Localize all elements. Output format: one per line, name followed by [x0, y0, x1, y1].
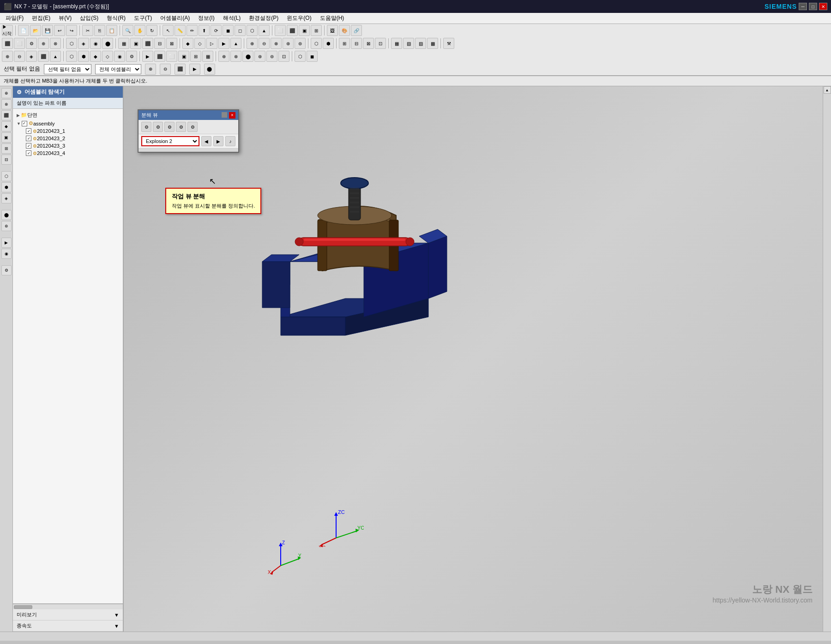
menu-window[interactable]: 윈도우(O)	[283, 13, 315, 23]
tb-cut[interactable]: ✂	[82, 25, 93, 36]
tb3-18[interactable]: ⊕	[218, 51, 229, 62]
tb2-31[interactable]: ▦	[391, 38, 402, 49]
tb-copy[interactable]: ⎘	[94, 25, 105, 36]
tree-item-part1[interactable]: ✓ ⚙ 20120423_1	[15, 127, 121, 135]
tb3-20[interactable]: ⬤	[242, 51, 253, 62]
menu-analysis[interactable]: 해석(L)	[219, 13, 245, 23]
tb3-7[interactable]: ⬢	[78, 51, 89, 62]
tb-feature3[interactable]: ⬡	[247, 25, 258, 36]
left-tb-12[interactable]: ⊛	[1, 221, 12, 231]
menu-help[interactable]: 도움말(H)	[316, 13, 348, 23]
filter-btn4[interactable]: ▶	[189, 64, 200, 75]
tb-save[interactable]: 💾	[42, 25, 53, 36]
tb2-30[interactable]: ⊡	[375, 38, 386, 49]
tb2-5[interactable]: ⊗	[50, 38, 61, 49]
checkbox-part3[interactable]: ✓	[26, 143, 31, 149]
left-tb-6[interactable]: ⊞	[1, 143, 12, 154]
checkbox-part1[interactable]: ✓	[26, 128, 31, 134]
tb2-29[interactable]: ⊠	[363, 38, 374, 49]
tb3-14[interactable]: ⬜	[166, 51, 177, 62]
filter-select[interactable]: 선택 필터 없음	[44, 64, 91, 74]
tb3-9[interactable]: ◇	[102, 51, 113, 62]
tb2-20[interactable]: ⊕	[247, 38, 258, 49]
checkbox-part2[interactable]: ✓	[26, 136, 31, 141]
tb-redo[interactable]: ↪	[66, 25, 77, 36]
dialog-action-1[interactable]: ◀	[201, 136, 211, 146]
tb2-1[interactable]: ⬛	[2, 38, 13, 49]
tb3-11[interactable]: ⚙	[126, 51, 137, 62]
tb-rotate[interactable]: ↻	[146, 25, 157, 36]
restore-button[interactable]: □	[809, 3, 817, 10]
tb-feature1[interactable]: ◼	[223, 25, 234, 36]
tb-sketch[interactable]: ✏	[187, 25, 198, 36]
tb2-27[interactable]: ⊞	[339, 38, 350, 49]
tb-measure[interactable]: 📏	[175, 25, 186, 36]
tb3-22[interactable]: ⊜	[266, 51, 277, 62]
menu-insert[interactable]: 삽입(S)	[76, 13, 102, 23]
tb3-23[interactable]: ⊡	[278, 51, 289, 62]
tb2-10[interactable]: ▦	[118, 38, 129, 49]
viewport-scrollbar-right[interactable]: ▲	[823, 86, 831, 632]
explosion-tb-3[interactable]: ⚙	[164, 122, 175, 132]
tb-feature2[interactable]: ◻	[235, 25, 246, 36]
dialog-close-button[interactable]: ×	[229, 112, 235, 119]
tb-view2[interactable]: ⬛	[287, 25, 298, 36]
tb2-4[interactable]: ⊕	[38, 38, 49, 49]
tb3-1[interactable]: ⊕	[2, 51, 13, 62]
checkbox-part4[interactable]: ✓	[26, 150, 31, 156]
tree-item-part3[interactable]: ✓ ⚙ 20120423_3	[15, 142, 121, 149]
tb2-14[interactable]: ⊠	[166, 38, 177, 49]
explosion-tb-1[interactable]: ⚙	[141, 122, 151, 132]
tb3-21[interactable]: ⊛	[254, 51, 265, 62]
tb3-24[interactable]: ⬡	[295, 51, 306, 62]
left-tb-4[interactable]: ◆	[1, 121, 12, 131]
tree-item-assembly[interactable]: ▼ ✓ ⚙ assembly	[15, 119, 121, 127]
tb-select[interactable]: ↖	[163, 25, 174, 36]
left-tb-14[interactable]: ◉	[1, 249, 12, 259]
left-tb-2[interactable]: ⊗	[1, 99, 12, 109]
tb-undo[interactable]: ↩	[54, 25, 65, 36]
explosion-tb-5[interactable]: ⚙	[187, 122, 198, 132]
left-tb-3[interactable]: ⬛	[1, 110, 12, 120]
tb2-7[interactable]: ◈	[78, 38, 89, 49]
dialog-pin-icon[interactable]	[222, 112, 227, 118]
tb2-12[interactable]: ⬛	[142, 38, 153, 49]
menu-assembly[interactable]: 어셈블리(A)	[157, 13, 193, 23]
checkbox-assembly[interactable]: ✓	[22, 121, 27, 126]
menu-file[interactable]: 파일(F)	[2, 13, 27, 23]
explosion-tb-2[interactable]: ⚙	[153, 122, 163, 132]
tb2-2[interactable]: ⬜	[14, 38, 25, 49]
dialog-action-3[interactable]: ♪	[225, 136, 235, 146]
tb2-34[interactable]: ▩	[427, 38, 438, 49]
tree-item-part2[interactable]: ✓ ⚙ 20120423_2	[15, 135, 121, 142]
tb3-16[interactable]: ⊞	[190, 51, 201, 62]
tb3-3[interactable]: ◈	[26, 51, 37, 62]
tb2-35[interactable]: ⚒	[443, 38, 454, 49]
left-tb-9[interactable]: ⬢	[1, 182, 12, 192]
explosion-tb-4[interactable]: ⚙	[176, 122, 186, 132]
menu-edit[interactable]: 편집(E)	[28, 13, 54, 23]
tb2-6[interactable]: ⬡	[66, 38, 77, 49]
tb2-9[interactable]: ⬤	[102, 38, 113, 49]
left-tb-10[interactable]: ◈	[1, 193, 12, 203]
tb-view3[interactable]: ▣	[299, 25, 310, 36]
tb2-3[interactable]: ⚙	[26, 38, 37, 49]
tree-item-part4[interactable]: ✓ ⚙ 20120423_4	[15, 149, 121, 157]
tb2-22[interactable]: ⊗	[271, 38, 282, 49]
tb2-21[interactable]: ⊖	[259, 38, 270, 49]
minimize-button[interactable]: ─	[799, 3, 807, 10]
left-tb-7[interactable]: ⊟	[1, 155, 12, 165]
tb3-13[interactable]: ⬛	[154, 51, 165, 62]
tb3-2[interactable]: ⊖	[14, 51, 25, 62]
tb2-28[interactable]: ⊟	[351, 38, 362, 49]
tb2-33[interactable]: ▨	[415, 38, 426, 49]
tb3-4[interactable]: ⬛	[38, 51, 49, 62]
scroll-up-arrow[interactable]: ▲	[824, 86, 831, 94]
tb3-6[interactable]: ⬡	[66, 51, 77, 62]
tb2-23[interactable]: ⊛	[283, 38, 294, 49]
tb3-8[interactable]: ◆	[90, 51, 101, 62]
tb2-13[interactable]: ⊟	[154, 38, 165, 49]
tb-paste[interactable]: 📋	[106, 25, 117, 36]
explosion-dropdown[interactable]: Explosion 2 Explosion 1	[141, 136, 199, 146]
viewport[interactable]: 분해 뷰 × ⚙ ⚙ ⚙ ⚙ ⚙ Explosion 2 Explosion 1…	[124, 86, 831, 632]
